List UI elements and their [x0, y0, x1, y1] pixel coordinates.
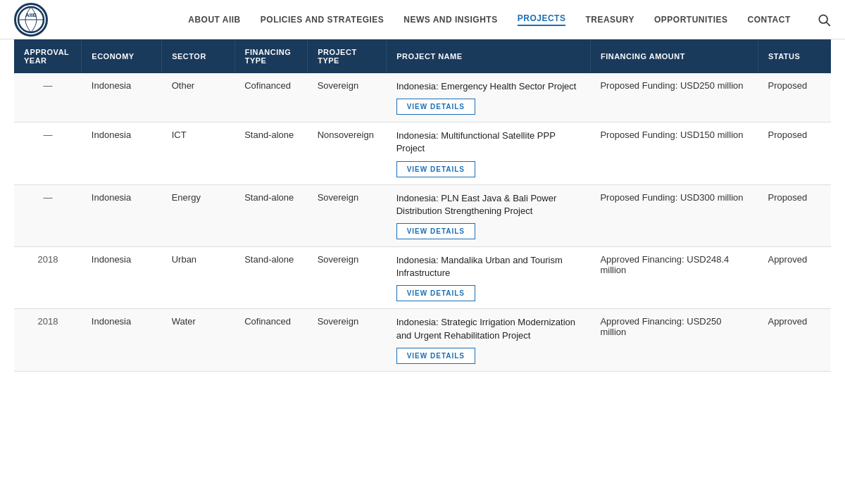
projects-table-wrapper: APPROVAL YEAR ECONOMY SECTOR FINANCING T…	[0, 39, 845, 372]
cell-financing-type: Stand-alone	[234, 122, 307, 184]
project-name-text: Indonesia: Emergency Health Sector Proje…	[396, 80, 581, 93]
view-details-button[interactable]: VIEW DETAILS	[396, 223, 475, 239]
cell-financing-amount: Approved Financing: USD248.4 million	[590, 246, 758, 308]
view-details-button[interactable]: VIEW DETAILS	[396, 285, 475, 301]
table-header: APPROVAL YEAR ECONOMY SECTOR FINANCING T…	[14, 39, 831, 73]
project-name-text: Indonesia: PLN East Java & Bali Power Di…	[396, 192, 581, 218]
project-name-text: Indonesia: Mandalika Urban and Tourism I…	[396, 254, 581, 279]
cell-financing-amount: Proposed Funding: USD150 million	[590, 122, 758, 184]
col-status: STATUS	[758, 39, 831, 73]
cell-status: Approved	[758, 246, 831, 308]
cell-status: Proposed	[758, 184, 831, 246]
cell-financing-amount: Approved Financing: USD250 million	[590, 309, 758, 371]
col-sector: SECTOR	[162, 39, 234, 73]
logo-icon: AIIB	[14, 3, 48, 37]
cell-project-name: Indonesia: Emergency Health Sector Proje…	[387, 73, 591, 122]
nav-item-policies-and-strategies[interactable]: POLICIES AND STRATEGIES	[261, 15, 384, 25]
table-row: —IndonesiaEnergyStand-aloneSovereignIndo…	[14, 184, 831, 246]
logo-area: AIIB	[14, 3, 169, 37]
cell-status: Proposed	[758, 122, 831, 184]
search-button[interactable]	[817, 13, 831, 27]
col-project-type: PROJECT TYPE	[308, 39, 387, 73]
col-financing-amount: FINANCING AMOUNT	[590, 39, 758, 73]
cell-financing-type: Stand-alone	[234, 246, 307, 308]
cell-sector: Urban	[162, 246, 234, 308]
table-row: —IndonesiaOtherCofinancedSovereignIndone…	[14, 73, 831, 122]
nav-item-about-aiib[interactable]: ABOUT AIIB	[188, 15, 241, 25]
cell-financing-type: Cofinanced	[234, 73, 307, 122]
cell-sector: Energy	[162, 184, 234, 246]
col-economy: ECONOMY	[82, 39, 162, 73]
nav-item-projects[interactable]: PROJECTS	[518, 13, 566, 26]
col-approval-year: APPROVAL YEAR	[14, 39, 82, 73]
cell-financing-amount: Proposed Funding: USD250 million	[590, 73, 758, 122]
svg-line-4	[827, 22, 830, 25]
cell-sector: ICT	[162, 122, 234, 184]
table-row: 2018IndonesiaWaterCofinancedSovereignInd…	[14, 309, 831, 371]
cell-project-name: Indonesia: PLN East Java & Bali Power Di…	[387, 184, 591, 246]
cell-status: Approved	[758, 309, 831, 371]
cell-approval-year: —	[14, 184, 82, 246]
nav-item-treasury[interactable]: TREASURY	[585, 15, 634, 25]
projects-table: APPROVAL YEAR ECONOMY SECTOR FINANCING T…	[14, 39, 831, 372]
cell-approval-year: 2018	[14, 309, 82, 371]
cell-approval-year: —	[14, 122, 82, 184]
cell-economy: Indonesia	[82, 246, 162, 308]
cell-financing-type: Stand-alone	[234, 184, 307, 246]
cell-project-type: Sovereign	[308, 309, 387, 371]
cell-project-name: Indonesia: Mandalika Urban and Tourism I…	[387, 246, 591, 308]
cell-sector: Water	[162, 309, 234, 371]
cell-project-type: Nonsovereign	[308, 122, 387, 184]
cell-financing-type: Cofinanced	[234, 309, 307, 371]
nav-item-contact[interactable]: CONTACT	[747, 15, 790, 25]
cell-economy: Indonesia	[82, 73, 162, 122]
main-nav: ABOUT AIIBPOLICIES AND STRATEGIESNEWS AN…	[169, 13, 810, 26]
cell-approval-year: —	[14, 73, 82, 122]
table-row: 2018IndonesiaUrbanStand-aloneSovereignIn…	[14, 246, 831, 308]
cell-project-type: Sovereign	[308, 73, 387, 122]
project-name-text: Indonesia: Strategic Irrigation Moderniz…	[396, 316, 581, 341]
col-financing-type: FINANCING TYPE	[234, 39, 307, 73]
cell-status: Proposed	[758, 73, 831, 122]
cell-financing-amount: Proposed Funding: USD300 million	[590, 184, 758, 246]
cell-project-name: Indonesia: Strategic Irrigation Moderniz…	[387, 309, 591, 371]
cell-sector: Other	[162, 73, 234, 122]
cell-economy: Indonesia	[82, 184, 162, 246]
view-details-button[interactable]: VIEW DETAILS	[396, 161, 475, 177]
cell-project-type: Sovereign	[308, 246, 387, 308]
table-row: —IndonesiaICTStand-aloneNonsovereignIndo…	[14, 122, 831, 184]
cell-project-type: Sovereign	[308, 184, 387, 246]
nav-item-news-and-insights[interactable]: NEWS AND INSIGHTS	[403, 15, 497, 25]
cell-project-name: Indonesia: Multifunctional Satellite PPP…	[387, 122, 591, 184]
col-project-name: PROJECT NAME	[387, 39, 591, 73]
nav-item-opportunities[interactable]: OPPORTUNITIES	[654, 15, 728, 25]
cell-economy: Indonesia	[82, 122, 162, 184]
view-details-button[interactable]: VIEW DETAILS	[396, 99, 475, 115]
view-details-button[interactable]: VIEW DETAILS	[396, 348, 475, 364]
project-name-text: Indonesia: Multifunctional Satellite PPP…	[396, 130, 581, 155]
cell-approval-year: 2018	[14, 246, 82, 308]
header: AIIB ABOUT AIIBPOLICIES AND STRATEGIESNE…	[0, 0, 845, 39]
table-body: —IndonesiaOtherCofinancedSovereignIndone…	[14, 73, 831, 371]
cell-economy: Indonesia	[82, 309, 162, 371]
